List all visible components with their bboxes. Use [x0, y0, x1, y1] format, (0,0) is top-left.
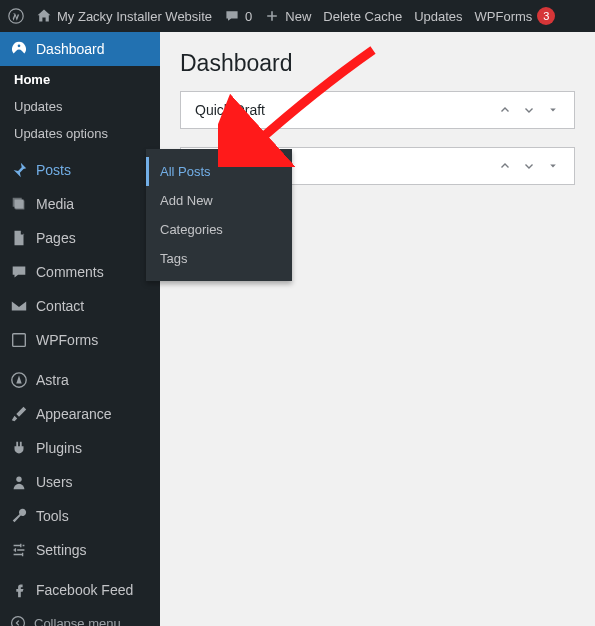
svg-point-4 — [16, 477, 21, 482]
collapse-icon — [10, 615, 26, 626]
menu-label: Users — [36, 474, 73, 490]
sidebar-item-plugins[interactable]: Plugins — [0, 431, 160, 465]
chevron-up-icon[interactable] — [498, 103, 512, 117]
site-title: My Zacky Installer Website — [57, 9, 212, 24]
wp-logo[interactable] — [8, 8, 24, 24]
plus-icon — [264, 8, 280, 24]
menu-label: Comments — [36, 264, 104, 280]
sidebar-item-appearance[interactable]: Appearance — [0, 397, 160, 431]
wpforms-badge: 3 — [537, 7, 555, 25]
comments-count: 0 — [245, 9, 252, 24]
sidebar-item-facebook-feed[interactable]: Facebook Feed — [0, 573, 160, 607]
form-icon — [10, 331, 28, 349]
sidebar-item-wpforms[interactable]: WPForms — [0, 323, 160, 357]
flyout-categories[interactable]: Categories — [146, 215, 292, 244]
menu-label: Plugins — [36, 440, 82, 456]
sidebar-item-astra[interactable]: Astra — [0, 363, 160, 397]
updates-link[interactable]: Updates — [414, 9, 462, 24]
menu-label: Settings — [36, 542, 87, 558]
sidebar-subitem-home[interactable]: Home — [0, 66, 160, 93]
sidebar-item-media[interactable]: Media — [0, 187, 160, 221]
chevron-up-icon[interactable] — [498, 159, 512, 173]
menu-label: Facebook Feed — [36, 582, 133, 598]
sidebar-item-pages[interactable]: Pages — [0, 221, 160, 255]
menu-label: Appearance — [36, 406, 112, 422]
brush-icon — [10, 405, 28, 423]
new-content[interactable]: New — [264, 8, 311, 24]
admin-sidebar: Dashboard Home Updates Updates options P… — [0, 32, 160, 626]
comment-icon — [10, 263, 28, 281]
collapse-label: Collapse menu — [34, 616, 121, 627]
page-icon — [10, 229, 28, 247]
facebook-icon — [10, 581, 28, 599]
menu-label: Dashboard — [36, 41, 105, 57]
caret-down-icon[interactable] — [546, 159, 560, 173]
new-label: New — [285, 9, 311, 24]
panel-controls — [498, 159, 560, 173]
menu-label: Media — [36, 196, 74, 212]
panel-title: Quick Draft — [195, 102, 265, 118]
posts-flyout: All Posts Add New Categories Tags — [146, 149, 292, 281]
sliders-icon — [10, 541, 28, 559]
sidebar-item-dashboard[interactable]: Dashboard — [0, 32, 160, 66]
mail-icon — [10, 297, 28, 315]
sidebar-item-contact[interactable]: Contact — [0, 289, 160, 323]
site-name[interactable]: My Zacky Installer Website — [36, 8, 212, 24]
wpforms-link[interactable]: WPForms 3 — [475, 7, 556, 25]
wordpress-icon — [8, 8, 24, 24]
panel-quick-draft[interactable]: Quick Draft — [180, 91, 575, 129]
svg-rect-2 — [13, 334, 26, 347]
collapse-menu[interactable]: Collapse menu — [0, 607, 160, 626]
menu-label: Tools — [36, 508, 69, 524]
panel-controls — [498, 103, 560, 117]
main-content: Dashboard Quick Draft At a Glance — [160, 32, 595, 626]
user-icon — [10, 473, 28, 491]
astra-icon — [10, 371, 28, 389]
sidebar-item-comments[interactable]: Comments — [0, 255, 160, 289]
dashboard-icon — [10, 40, 28, 58]
menu-label: WPForms — [36, 332, 98, 348]
flyout-tags[interactable]: Tags — [146, 244, 292, 273]
flyout-add-new[interactable]: Add New — [146, 186, 292, 215]
pin-icon — [10, 161, 28, 179]
wrench-icon — [10, 507, 28, 525]
sidebar-item-settings[interactable]: Settings — [0, 533, 160, 567]
menu-label: Contact — [36, 298, 84, 314]
sidebar-item-users[interactable]: Users — [0, 465, 160, 499]
svg-rect-1 — [15, 200, 24, 209]
chevron-down-icon[interactable] — [522, 103, 536, 117]
media-icon — [10, 195, 28, 213]
home-icon — [36, 8, 52, 24]
dashboard-submenu: Home Updates Updates options — [0, 66, 160, 147]
chevron-down-icon[interactable] — [522, 159, 536, 173]
menu-label: Pages — [36, 230, 76, 246]
comment-icon — [224, 8, 240, 24]
menu-label: Posts — [36, 162, 71, 178]
sidebar-item-posts[interactable]: Posts — [0, 153, 160, 187]
caret-down-icon[interactable] — [546, 103, 560, 117]
delete-cache[interactable]: Delete Cache — [323, 9, 402, 24]
sidebar-subitem-updates-options[interactable]: Updates options — [0, 120, 160, 147]
page-title: Dashboard — [180, 50, 575, 77]
sidebar-item-tools[interactable]: Tools — [0, 499, 160, 533]
menu-label: Astra — [36, 372, 69, 388]
admin-toolbar: My Zacky Installer Website 0 New Delete … — [0, 0, 595, 32]
comments-link[interactable]: 0 — [224, 8, 252, 24]
plugin-icon — [10, 439, 28, 457]
sidebar-subitem-updates[interactable]: Updates — [0, 93, 160, 120]
flyout-all-posts[interactable]: All Posts — [146, 157, 292, 186]
